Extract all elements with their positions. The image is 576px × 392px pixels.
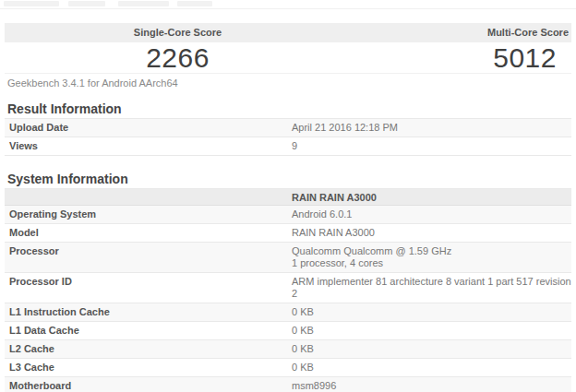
row-value-line1: 0 KB [292, 306, 571, 318]
row-value-line1: RAIN RAIN A3000 [292, 227, 571, 239]
row-value: Android 6.0.1 [292, 208, 571, 220]
row-label: L1 Data Cache [5, 325, 292, 337]
row-label: Processor [5, 245, 292, 269]
system-information-table: RAIN RAIN A3000 Operating System Android… [5, 189, 571, 392]
row-label: Views [5, 140, 292, 152]
table-row: L3 Cache 0 KB [5, 359, 571, 377]
row-value-line1: Qualcomm Qualcomm @ 1.59 GHz [292, 245, 571, 257]
row-value: Qualcomm Qualcomm @ 1.59 GHz 1 processor… [292, 245, 571, 269]
row-label: L1 Instruction Cache [5, 306, 292, 318]
table-row: Processor Qualcomm Qualcomm @ 1.59 GHz 1… [5, 243, 571, 273]
result-information-heading: Result Information [5, 102, 571, 119]
table-row: L2 Cache 0 KB [5, 340, 571, 359]
row-value: 0 KB [292, 362, 571, 374]
row-label: L3 Cache [5, 362, 292, 374]
row-value: 0 KB [292, 306, 571, 318]
row-label: Upload Date [5, 122, 292, 134]
row-value-line1: Android 6.0.1 [292, 208, 571, 220]
table-row: Motherboard msm8996 [5, 377, 571, 392]
cropped-page-header [0, 0, 576, 9]
table-row: L1 Instruction Cache 0 KB [5, 303, 571, 322]
row-value-line1: msm8996 [292, 380, 571, 392]
row-value: 0 KB [292, 325, 571, 337]
row-label: Operating System [5, 208, 292, 220]
result-information-table: Upload Date April 21 2016 12:18 PM Views… [5, 119, 571, 156]
multi-core-score-value: 5012 [351, 42, 571, 74]
device-name-header-row: RAIN RAIN A3000 [5, 189, 571, 206]
row-value-line1: April 21 2016 12:18 PM [292, 122, 571, 134]
cropped-header-remnant [68, 1, 105, 6]
device-name-header-spacer [5, 192, 292, 203]
row-value: ARM implementer 81 architecture 8 varian… [292, 276, 571, 300]
row-label: Model [5, 227, 292, 239]
row-value-line1: ARM implementer 81 architecture 8 varian… [292, 276, 571, 300]
system-information-section: System Information RAIN RAIN A3000 Opera… [5, 172, 571, 392]
row-value-line1: 0 KB [292, 325, 571, 337]
row-value-line2: 1 processor, 4 cores [292, 257, 571, 269]
row-value: April 21 2016 12:18 PM [292, 122, 571, 134]
device-name: RAIN RAIN A3000 [292, 192, 571, 203]
geekbench-result-page: Single-Core Score Multi-Core Score 2266 … [0, 0, 576, 392]
score-banner-header: Single-Core Score Multi-Core Score [5, 23, 571, 42]
row-value-line1: 9 [292, 140, 571, 152]
multi-core-score-label: Multi-Core Score [351, 23, 571, 42]
benchmark-version-line: Geekbench 3.4.1 for Android AArch64 [7, 77, 576, 89]
single-core-score-value: 2266 [5, 42, 351, 74]
cropped-header-remnant [177, 1, 212, 6]
score-banner-values: 2266 5012 [5, 42, 571, 74]
table-row: L1 Data Cache 0 KB [5, 322, 571, 340]
table-row: Processor ID ARM implementer 81 architec… [5, 273, 571, 303]
cropped-header-remnant [4, 1, 59, 6]
row-value-line1: 0 KB [292, 362, 571, 374]
row-label: L2 Cache [5, 343, 292, 355]
row-label: Processor ID [5, 276, 292, 300]
cropped-header-remnant [118, 1, 169, 6]
row-value-line1: 0 KB [292, 343, 571, 355]
single-core-score-label: Single-Core Score [5, 23, 351, 42]
row-value: 0 KB [292, 343, 571, 355]
score-banner: Single-Core Score Multi-Core Score 2266 … [5, 23, 571, 74]
table-row: Operating System Android 6.0.1 [5, 206, 571, 224]
row-value: msm8996 [292, 380, 571, 392]
system-information-heading: System Information [5, 172, 571, 189]
row-value: 9 [292, 140, 571, 152]
table-row: Model RAIN RAIN A3000 [5, 224, 571, 243]
table-row: Upload Date April 21 2016 12:18 PM [5, 119, 571, 137]
row-label: Motherboard [5, 380, 292, 392]
result-information-section: Result Information Upload Date April 21 … [5, 102, 571, 156]
table-row: Views 9 [5, 137, 571, 156]
row-value: RAIN RAIN A3000 [292, 227, 571, 239]
